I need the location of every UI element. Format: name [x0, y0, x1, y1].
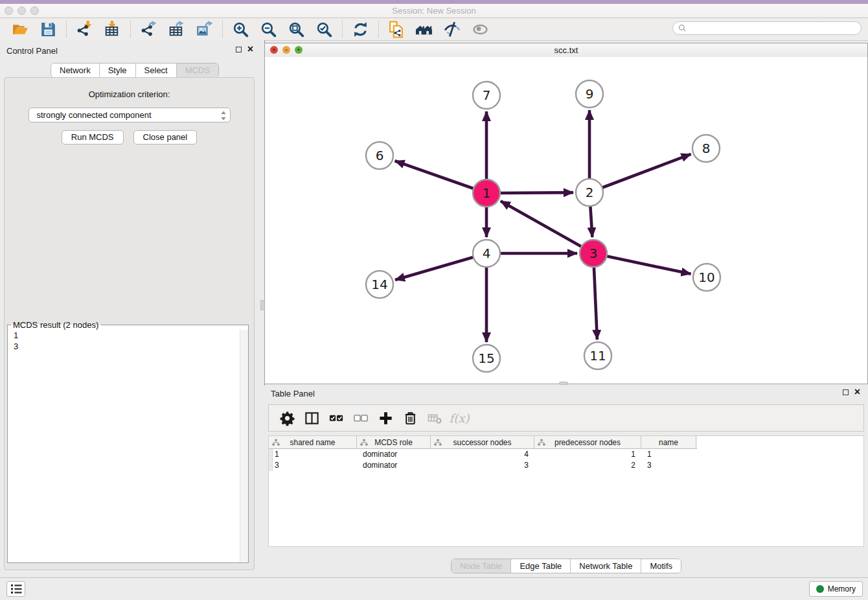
delete-row-icon[interactable] — [400, 408, 420, 428]
export-network-icon[interactable] — [138, 19, 159, 39]
criterion-value: strongly connected component — [37, 110, 152, 120]
close-panel-button[interactable]: Close panel — [133, 130, 198, 144]
run-mcds-button[interactable]: Run MCDS — [62, 130, 124, 144]
float-table-panel-icon[interactable] — [843, 389, 849, 395]
tab-style[interactable]: Style — [100, 63, 136, 77]
zoom-selected-icon[interactable] — [314, 19, 335, 39]
network-window-titlebar: × − + scc.txt — [265, 43, 867, 58]
memory-button[interactable]: Memory — [809, 581, 863, 597]
graph-node[interactable]: 11 — [584, 342, 611, 369]
mcds-result-node: 3 — [8, 341, 248, 352]
table-cell[interactable]: 3 — [269, 460, 357, 471]
table-cell[interactable]: 3 — [641, 460, 696, 471]
graph-node[interactable]: 6 — [366, 142, 393, 169]
column-header-successor-nodes[interactable]: successor nodes — [431, 436, 534, 448]
tab-edge-table[interactable]: Edge Table — [511, 559, 571, 573]
import-table-icon[interactable] — [102, 19, 123, 39]
mcds-result-box: MCDS result (2 nodes) 13 — [7, 320, 249, 563]
column-header-name[interactable]: name — [641, 436, 696, 448]
table-cell[interactable]: dominator — [357, 449, 431, 460]
tab-network[interactable]: Network — [51, 63, 100, 77]
graph-node[interactable]: 7 — [473, 82, 500, 109]
table-header-row: shared nameMCDS rolesuccessor nodesprede… — [269, 436, 697, 449]
control-panel-tabs: NetworkStyleSelectMCDS — [51, 63, 219, 78]
table-body: 1dominator4113dominator323 — [269, 449, 863, 470]
tab-motifs[interactable]: Motifs — [641, 559, 681, 573]
graph-edge[interactable] — [395, 161, 486, 193]
tab-network-table[interactable]: Network Table — [571, 559, 641, 573]
table-cell[interactable]: dominator — [357, 460, 431, 471]
tab-mcds[interactable]: MCDS — [177, 63, 218, 77]
close-table-panel-icon[interactable]: × — [854, 388, 860, 396]
session-title: Session: New Session — [0, 6, 868, 16]
column-label: shared name — [290, 438, 335, 447]
graph-edge[interactable] — [589, 154, 691, 192]
graph-node[interactable]: 9 — [576, 80, 603, 108]
export-image-icon[interactable] — [194, 19, 215, 39]
import-network-icon[interactable] — [74, 19, 95, 39]
memory-status-icon — [816, 585, 824, 593]
table-row[interactable]: 1dominator411 — [269, 449, 863, 460]
deselect-all-icon[interactable] — [351, 408, 371, 428]
zoom-out-icon[interactable] — [258, 19, 279, 39]
graph-node[interactable]: 10 — [693, 264, 720, 291]
horizontal-splitter-handle[interactable] — [559, 382, 568, 385]
close-panel-icon[interactable]: × — [247, 45, 253, 53]
column-label: MCDS role — [374, 438, 413, 447]
hide-panel-icon[interactable] — [442, 19, 463, 39]
column-header-MCDS-role[interactable]: MCDS role — [357, 436, 431, 448]
search-input[interactable] — [687, 23, 861, 34]
apply-layout-icon[interactable] — [350, 19, 371, 39]
table-panel-title: Table Panel — [271, 389, 315, 398]
table-cell[interactable]: 1 — [269, 449, 357, 460]
search-box[interactable] — [672, 21, 862, 35]
export-table-icon[interactable] — [166, 19, 187, 39]
select-all-icon[interactable] — [326, 408, 346, 428]
network-graph[interactable]: 7968124314101511 — [265, 57, 867, 384]
column-settings-icon[interactable] — [277, 408, 297, 428]
tab-select[interactable]: Select — [136, 63, 177, 77]
zoom-fit-icon[interactable] — [286, 19, 307, 39]
result-scrollbar[interactable] — [240, 330, 248, 562]
table-cell[interactable]: 3 — [431, 460, 534, 471]
search-icon — [678, 23, 687, 33]
table-cell[interactable]: 1 — [534, 449, 641, 460]
graph-node[interactable]: 2 — [576, 179, 603, 206]
column-header-shared-name[interactable]: shared name — [269, 436, 357, 448]
column-header-predecessor-nodes[interactable]: predecessor nodes — [534, 436, 641, 448]
table-cell[interactable]: 2 — [534, 460, 641, 471]
network-canvas[interactable]: 7968124314101511 — [265, 57, 867, 384]
network-view-window: × − + scc.txt 7968124314101511 — [264, 43, 868, 384]
mcds-result-list[interactable]: 13 — [8, 330, 248, 562]
graph-node[interactable]: 3 — [580, 240, 607, 267]
table-row[interactable]: 3dominator323 — [269, 460, 863, 471]
graph-node[interactable]: 15 — [473, 345, 500, 372]
save-session-icon[interactable] — [38, 19, 59, 39]
svg-text:7: 7 — [483, 87, 491, 103]
splitter-handle[interactable] — [260, 300, 264, 310]
open-file-icon[interactable] — [10, 19, 31, 39]
mcds-result-title: MCDS result (2 nodes) — [11, 320, 100, 330]
task-history-button[interactable] — [6, 581, 25, 597]
graph-node[interactable]: 8 — [692, 135, 720, 162]
svg-text:8: 8 — [702, 141, 711, 156]
zoom-in-icon[interactable] — [230, 19, 251, 39]
svg-text:15: 15 — [478, 351, 494, 366]
graph-edge[interactable] — [501, 201, 593, 253]
tab-node-table[interactable]: Node Table — [451, 559, 512, 573]
table-cell[interactable]: 4 — [431, 449, 534, 460]
graph-node[interactable]: 4 — [473, 240, 500, 267]
network-title: scc.txt — [265, 45, 867, 55]
graph-node[interactable]: 14 — [366, 271, 393, 298]
toggle-views-icon[interactable] — [302, 408, 321, 428]
add-row-icon[interactable] — [376, 408, 395, 428]
window-titlebar: Session: New Session — [0, 4, 868, 18]
graph-edge[interactable] — [593, 253, 691, 274]
home-icon[interactable] — [414, 19, 435, 39]
table-cell[interactable]: 1 — [641, 449, 696, 460]
new-network-from-selection-icon[interactable] — [386, 19, 407, 39]
graph-node[interactable]: 1 — [473, 179, 500, 207]
criterion-dropdown[interactable]: strongly connected component — [29, 108, 231, 122]
float-panel-icon[interactable] — [236, 47, 242, 52]
toolbar-separator — [66, 21, 67, 38]
